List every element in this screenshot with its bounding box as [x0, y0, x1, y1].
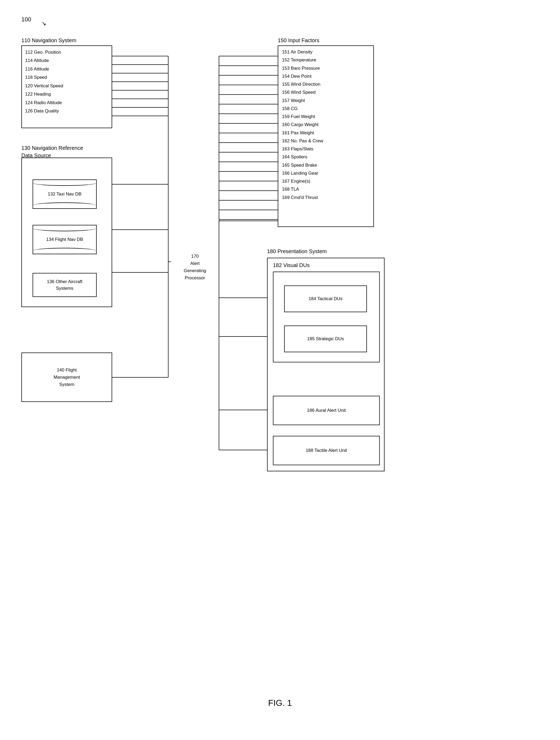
aural-alert-box: 186 Aural Alert Unit — [273, 396, 380, 425]
nav-item-4: 118 Speed — [25, 73, 108, 81]
flight-nav-top — [33, 225, 96, 231]
nav-system-box: 112 Geo. Position 114 Altitude 116 Attit… — [21, 45, 112, 128]
fig-label: FIG. 1 — [268, 698, 292, 708]
fms-label: 140 FlightManagementSystem — [54, 366, 80, 388]
pres-system-outer-label: 180 Presentation System — [267, 248, 326, 255]
nav-system-items: 112 Geo. Position 114 Altitude 116 Attit… — [22, 46, 112, 117]
if-item-8: 158 CG — [282, 105, 370, 113]
nav-item-3: 116 Attitude — [25, 65, 108, 73]
if-item-11: 161 Pax Weight — [282, 129, 370, 137]
ref-100-label: 100 — [21, 16, 31, 23]
if-item-14: 164 Spoilers — [282, 153, 370, 161]
if-item-19: 169 Cmd'd Thrust — [282, 194, 370, 202]
flight-nav-db: 134 Flight Nav DB — [32, 225, 97, 254]
input-factors-items: 151 Air Density 152 Temperature 153 Baro… — [278, 46, 373, 204]
if-item-2: 152 Temperature — [282, 56, 370, 64]
nav-item-6: 122 Heading — [25, 90, 108, 98]
other-aircraft-box: 136 Other AircraftSystems — [32, 273, 97, 297]
nav-system-label: 110 Navigation System — [21, 37, 76, 43]
taxi-nav-label: 132 Taxi Nav DB — [48, 191, 81, 197]
visual-dus-box: 184 Tactical DUs 185 Strategic DUs — [273, 272, 380, 362]
if-item-6: 156 Wind Speed — [282, 88, 370, 96]
nav-item-2: 114 Altitude — [25, 56, 108, 65]
taxi-nav-db: 132 Taxi Nav DB — [32, 179, 97, 209]
if-item-13: 163 Flaps/Slats — [282, 145, 370, 153]
agp-box: 170AlertGeneratingProcessor — [171, 240, 219, 294]
if-item-3: 153 Baro Pressure — [282, 64, 370, 72]
tactile-alert-label: 188 Tactile Alert Unit — [306, 448, 347, 453]
if-item-17: 167 Engine(s) — [282, 177, 370, 185]
input-factors-label: 150 Input Factors — [278, 37, 319, 43]
nav-item-7: 124 Radio Altitude — [25, 99, 108, 107]
visual-dus-label: 182 Visual DUs — [273, 262, 309, 268]
diagram: 100 ↘ 110 Navigation System 112 Geo. Pos… — [0, 0, 560, 740]
nav-item-1: 112 Geo. Position — [25, 48, 108, 56]
taxi-nav-top — [33, 180, 96, 186]
tactical-dus-box: 184 Tactical DUs — [284, 285, 367, 312]
other-aircraft-label: 136 Other AircraftSystems — [47, 278, 82, 292]
if-item-15: 165 Speed Brake — [282, 161, 370, 169]
strategic-dus-label: 185 Strategic DUs — [307, 336, 344, 342]
nav-item-5: 120 Vertical Speed — [25, 82, 108, 90]
aural-alert-label: 186 Aural Alert Unit — [307, 408, 346, 413]
if-item-12: 162 No. Pax & Crew — [282, 137, 370, 145]
if-item-7: 157 Weight — [282, 97, 370, 105]
ref-100-arrow: ↘ — [41, 20, 46, 27]
if-item-5: 155 Wind Direction — [282, 80, 370, 88]
if-item-4: 154 Dew Point — [282, 72, 370, 80]
if-item-10: 160 Cargo Weight — [282, 121, 370, 129]
if-item-9: 159 Fuel Weight — [282, 113, 370, 121]
if-item-1: 151 Air Density — [282, 48, 370, 56]
pres-system-box: 182 Visual DUs 184 Tactical DUs 185 Stra… — [267, 258, 385, 471]
agp-label: 170AlertGeneratingProcessor — [184, 253, 206, 282]
tactical-dus-label: 184 Tactical DUs — [308, 296, 342, 301]
flight-nav-bottom — [33, 248, 96, 254]
if-item-18: 168 TLA — [282, 185, 370, 193]
tactile-alert-box: 188 Tactile Alert Unit — [273, 436, 380, 465]
nav-ref-box: 132 Taxi Nav DB 134 Flight Nav DB 136 Ot… — [21, 158, 112, 307]
nav-ref-label: 130 Navigation Reference Data Source — [21, 144, 83, 159]
input-factors-box: 151 Air Density 152 Temperature 153 Baro… — [278, 45, 374, 227]
strategic-dus-box: 185 Strategic DUs — [284, 326, 367, 352]
taxi-nav-bottom — [33, 202, 96, 208]
nav-item-8: 126 Data Quality — [25, 107, 108, 115]
flight-nav-label: 134 Flight Nav DB — [46, 237, 83, 242]
fms-box: 140 FlightManagementSystem — [21, 353, 112, 402]
if-item-16: 166 Landing Gear — [282, 169, 370, 177]
